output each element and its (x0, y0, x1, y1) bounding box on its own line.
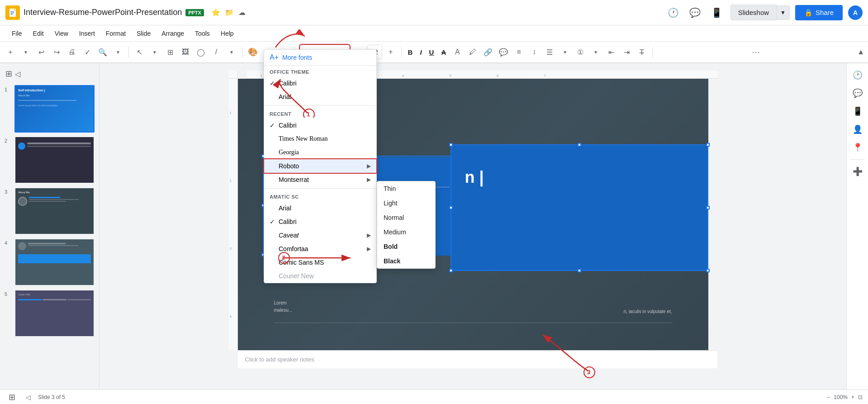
roboto-medium[interactable]: Medium (377, 225, 435, 239)
handle-rtr[interactable] (706, 143, 710, 147)
slide-thumb-5[interactable]: 5 Career Path (4, 289, 95, 338)
cursor-btn[interactable]: ↖ (133, 45, 146, 59)
right-icon-person[interactable]: 👤 (849, 121, 866, 138)
speaker-notes[interactable]: Click to add speaker notes (238, 350, 717, 368)
menu-slide[interactable]: Slide (132, 28, 155, 39)
list-dropdown[interactable]: ▼ (558, 45, 572, 59)
text-color-btn[interactable]: A (451, 45, 464, 59)
slide-thumb-1[interactable]: 1 Self Introduction | About Me Lorem ips… (4, 84, 95, 133)
slide-thumb-4[interactable]: 4 (4, 238, 95, 287)
zoom-in-btn[interactable]: + (851, 394, 854, 400)
font-arial-office[interactable]: Arial (264, 90, 376, 104)
font-georgia[interactable]: Georgia (264, 146, 376, 159)
zoom-out-btn[interactable]: − (827, 394, 830, 400)
font-comfortaa[interactable]: Comfortaa ▶ (264, 242, 376, 256)
align-options-btn[interactable]: ≡ (512, 45, 526, 59)
font-calibri-more[interactable]: Calibri (264, 215, 376, 228)
italic-btn[interactable]: I (417, 45, 424, 59)
insert-image-btn[interactable]: 🖼 (179, 45, 192, 59)
right-icon-history[interactable]: 🕐 (849, 67, 866, 83)
slide-thumb-2[interactable]: 2 (4, 135, 95, 185)
insert-textbox-btn[interactable]: ⊞ (163, 45, 177, 59)
slide-img-5[interactable]: Career Path (14, 290, 95, 337)
chat-icon[interactable]: 💬 (687, 5, 703, 21)
right-icon-map[interactable]: 📍 (849, 139, 866, 156)
menu-format[interactable]: Format (101, 28, 130, 39)
slide-img-4[interactable] (14, 238, 95, 286)
add-slide-dropdown[interactable]: ▼ (19, 45, 33, 59)
fit-btn[interactable]: ⊡ (858, 394, 863, 400)
menu-insert[interactable]: Insert (75, 28, 100, 39)
list-btn[interactable]: ☰ (543, 45, 556, 59)
slide-img-2[interactable] (14, 136, 95, 184)
bold-btn[interactable]: B (405, 45, 416, 59)
grid-view-btn[interactable]: ⊞ (5, 69, 12, 79)
print-btn[interactable]: 🖨 (65, 45, 79, 59)
line-spacing-btn[interactable]: ↕ (527, 45, 541, 59)
font-roboto[interactable]: Roboto ▶ (264, 159, 376, 173)
grid-view-bottom[interactable]: ⊞ (5, 391, 18, 404)
font-caveat[interactable]: Caveat ▶ (264, 228, 376, 242)
comment-btn[interactable]: 💬 (497, 45, 510, 59)
roboto-thin[interactable]: Thin (377, 181, 435, 196)
slide-thumb-3[interactable]: 3 About Me (4, 186, 95, 236)
slideshow-button[interactable]: Slideshow (730, 5, 777, 20)
right-icon-mobile[interactable]: 📱 (849, 103, 866, 119)
menu-tools[interactable]: Tools (190, 28, 214, 39)
numbered-dropdown[interactable]: ▼ (589, 45, 602, 59)
roboto-black[interactable]: Black (377, 254, 435, 268)
handle-rtm[interactable] (578, 143, 581, 147)
font-times-new-roman[interactable]: Times New Roman (264, 132, 376, 146)
background-color-btn[interactable]: 🎨 (246, 45, 260, 59)
font-arial-more[interactable]: Arial (264, 201, 376, 215)
zoom-btn[interactable]: 🔍 (96, 45, 109, 59)
collapse-panel-btn[interactable]: ◁ (15, 70, 20, 78)
menu-file[interactable]: File (7, 28, 27, 39)
insert-shape-btn[interactable]: ◯ (194, 45, 208, 59)
folder-icon[interactable]: 📁 (225, 8, 234, 17)
handle-rmr[interactable] (706, 206, 710, 209)
roboto-light[interactable]: Light (377, 196, 435, 210)
clear-formatting-btn[interactable]: T̶ (635, 45, 649, 59)
indent-increase-btn[interactable]: ⇥ (620, 45, 633, 59)
highlight-btn[interactable]: 🖊 (466, 45, 479, 59)
menu-edit[interactable]: Edit (28, 28, 48, 39)
roboto-bold[interactable]: Bold (377, 239, 435, 254)
expand-panel-bottom[interactable]: ◁ (22, 391, 34, 404)
handle-rbl[interactable] (449, 269, 453, 272)
increase-font-btn[interactable]: + (384, 45, 398, 59)
strikethrough-btn[interactable]: A (438, 45, 449, 59)
slide-img-1[interactable]: Self Introduction | About Me Lorem ipsum… (14, 85, 95, 133)
font-calibri-office[interactable]: Calibri (264, 76, 376, 90)
star-icon[interactable]: ⭐ (211, 8, 220, 17)
share-button[interactable]: 🔒 Share (795, 5, 843, 20)
undo-btn[interactable]: ↩ (34, 45, 48, 59)
handle-rbr[interactable] (706, 269, 710, 272)
more-fonts-btn[interactable]: A+ More fonts (264, 50, 376, 66)
menu-help[interactable]: Help (216, 28, 238, 39)
font-comic-sans[interactable]: Comic Sans MS (264, 256, 376, 269)
cursor-dropdown[interactable]: ▼ (148, 45, 161, 59)
more-options-btn[interactable]: ⋯ (752, 47, 760, 57)
handle-rtl[interactable] (449, 143, 453, 147)
right-icon-add[interactable]: ➕ (849, 163, 866, 180)
slideshow-dropdown[interactable]: ▼ (777, 5, 790, 20)
handle-rml[interactable] (449, 206, 453, 209)
present-mode-icon[interactable]: 📱 (709, 5, 725, 21)
zoom-dropdown[interactable]: ▼ (111, 45, 125, 59)
insert-line-dropdown[interactable]: ▼ (225, 45, 238, 59)
handle-rbm[interactable] (578, 269, 581, 272)
right-icon-chat[interactable]: 💬 (849, 85, 866, 101)
spell-check-btn[interactable]: ✓ (81, 45, 94, 59)
slide-img-3[interactable]: About Me (14, 187, 95, 235)
add-slide-btn[interactable]: ＋ (4, 45, 17, 59)
history-icon[interactable]: 🕐 (665, 5, 682, 21)
insert-line-btn[interactable]: / (209, 45, 223, 59)
numbered-list-btn[interactable]: ① (574, 45, 587, 59)
indent-decrease-btn[interactable]: ⇤ (604, 45, 618, 59)
font-courier-new[interactable]: Courier New (264, 269, 376, 283)
avatar[interactable]: A (848, 5, 863, 20)
menu-view[interactable]: View (50, 28, 73, 39)
cloud-icon[interactable]: ☁ (238, 8, 246, 17)
collapse-toolbar-btn[interactable]: ▲ (857, 48, 864, 56)
